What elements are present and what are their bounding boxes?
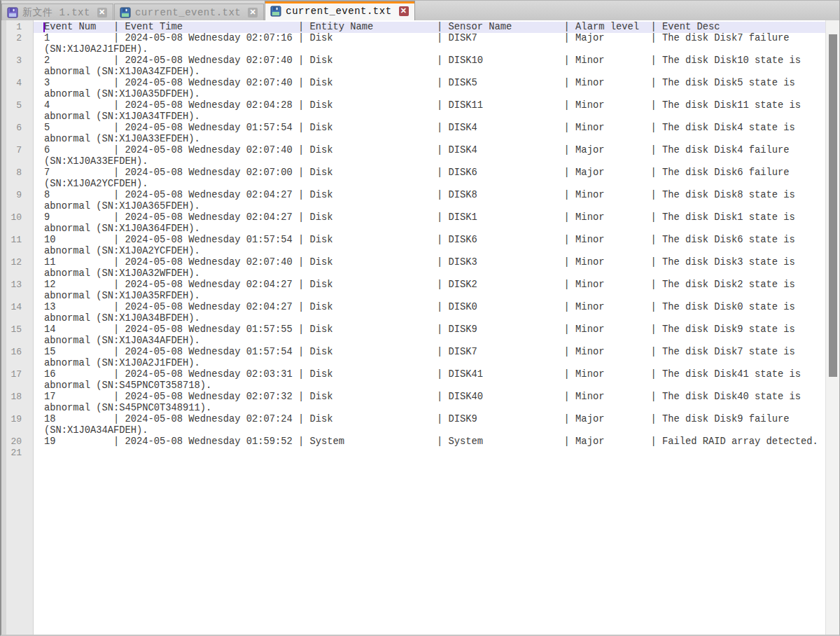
tab-current-event-2-active[interactable]: current_event.txt ✕ xyxy=(265,1,414,20)
editor-line[interactable]: 1615 | 2024-05-08 Wednesday 01:57:54 | D… xyxy=(1,347,825,369)
line-text-wrap: 16 | 2024-05-08 Wednesday 02:03:31 | Dis… xyxy=(34,369,825,392)
close-icon[interactable]: ✕ xyxy=(248,8,258,18)
scrollbar-thumb[interactable] xyxy=(829,34,837,377)
editor-lines: 1Event Num | Event Time | Entity Name | … xyxy=(1,22,825,459)
line-text: 6 | 2024-05-08 Wednesday 02:07:40 | Disk… xyxy=(44,145,824,167)
line-text-wrap: 4 | 2024-05-08 Wednesday 02:04:28 | Disk… xyxy=(34,100,825,123)
line-text-wrap: 12 | 2024-05-08 Wednesday 02:04:27 | Dis… xyxy=(34,279,825,302)
floppy-saved-icon xyxy=(270,6,281,17)
editor-line[interactable]: 32 | 2024-05-08 Wednesday 02:07:40 | Dis… xyxy=(1,55,825,78)
editor-line[interactable]: 1Event Num | Event Time | Entity Name | … xyxy=(1,22,825,33)
editor-line[interactable]: 1918 | 2024-05-08 Wednesday 02:07:24 | D… xyxy=(1,414,825,436)
line-text-wrap: 18 | 2024-05-08 Wednesday 02:07:24 | Dis… xyxy=(34,414,825,436)
editor-line[interactable]: 76 | 2024-05-08 Wednesday 02:07:40 | Dis… xyxy=(1,145,825,167)
text-caret xyxy=(43,22,45,32)
editor-line[interactable]: 1514 | 2024-05-08 Wednesday 01:57:55 | D… xyxy=(1,324,825,347)
line-text: 15 | 2024-05-08 Wednesday 01:57:54 | Dis… xyxy=(44,347,824,369)
line-text-wrap: 3 | 2024-05-08 Wednesday 02:07:40 | Disk… xyxy=(34,78,825,100)
editor-line[interactable]: 98 | 2024-05-08 Wednesday 02:04:27 | Dis… xyxy=(1,190,825,212)
line-number: 19 xyxy=(1,414,34,436)
line-text-wrap: 7 | 2024-05-08 Wednesday 02:07:00 | Disk… xyxy=(34,167,825,190)
line-number: 16 xyxy=(1,347,34,369)
line-number: 6 xyxy=(1,123,34,145)
line-text: 4 | 2024-05-08 Wednesday 02:04:28 | Disk… xyxy=(44,100,824,123)
line-number: 11 xyxy=(1,235,34,257)
editor-line[interactable]: 1716 | 2024-05-08 Wednesday 02:03:31 | D… xyxy=(1,369,825,392)
line-text-wrap: 19 | 2024-05-08 Wednesday 01:59:52 | Sys… xyxy=(34,436,825,448)
editor-line[interactable]: 1110 | 2024-05-08 Wednesday 01:57:54 | D… xyxy=(1,235,825,257)
tab-title: current_event.txt xyxy=(286,6,391,17)
line-text: 10 | 2024-05-08 Wednesday 01:57:54 | Dis… xyxy=(44,235,824,257)
line-number: 17 xyxy=(1,369,34,392)
line-text: 8 | 2024-05-08 Wednesday 02:04:27 | Disk… xyxy=(44,190,824,212)
line-text: 5 | 2024-05-08 Wednesday 01:57:54 | Disk… xyxy=(44,123,824,145)
line-text-wrap: 11 | 2024-05-08 Wednesday 02:07:40 | Dis… xyxy=(34,257,825,279)
editor-line[interactable]: 109 | 2024-05-08 Wednesday 02:04:27 | Di… xyxy=(1,212,825,235)
line-text-wrap xyxy=(34,448,825,459)
editor-line[interactable]: 54 | 2024-05-08 Wednesday 02:04:28 | Dis… xyxy=(1,100,825,123)
editor-line[interactable]: 65 | 2024-05-08 Wednesday 01:57:54 | Dis… xyxy=(1,123,825,145)
line-text: 14 | 2024-05-08 Wednesday 01:57:55 | Dis… xyxy=(44,324,824,347)
line-number: 4 xyxy=(1,78,34,100)
line-text-wrap: Event Num | Event Time | Entity Name | S… xyxy=(34,22,825,33)
line-text: 1 | 2024-05-08 Wednesday 02:07:16 | Disk… xyxy=(44,33,824,55)
editor-line[interactable]: 87 | 2024-05-08 Wednesday 02:07:00 | Dis… xyxy=(1,167,825,190)
line-text: Event Num | Event Time | Entity Name | S… xyxy=(44,22,824,33)
line-text-wrap: 5 | 2024-05-08 Wednesday 01:57:54 | Disk… xyxy=(34,123,825,145)
line-text-wrap: 1 | 2024-05-08 Wednesday 02:07:16 | Disk… xyxy=(34,33,825,55)
line-number: 8 xyxy=(1,167,34,190)
line-number: 20 xyxy=(1,436,34,448)
line-number: 21 xyxy=(1,448,34,459)
editor-window: 新文件 1.txt ✕ current_event.txt ✕ current_… xyxy=(0,0,840,636)
tab-title: 新文件 1.txt xyxy=(22,6,90,19)
line-text: 2 | 2024-05-08 Wednesday 02:07:40 | Disk… xyxy=(44,55,824,78)
editor-pane[interactable]: 1Event Num | Event Time | Entity Name | … xyxy=(1,20,839,635)
floppy-saved-icon xyxy=(120,7,131,18)
line-text-wrap: 10 | 2024-05-08 Wednesday 01:57:54 | Dis… xyxy=(34,235,825,257)
line-text-wrap: 15 | 2024-05-08 Wednesday 01:57:54 | Dis… xyxy=(34,347,825,369)
line-number: 15 xyxy=(1,324,34,347)
editor-line[interactable]: 43 | 2024-05-08 Wednesday 02:07:40 | Dis… xyxy=(1,78,825,100)
line-text: 18 | 2024-05-08 Wednesday 02:07:24 | Dis… xyxy=(44,414,824,436)
line-text: 11 | 2024-05-08 Wednesday 02:07:40 | Dis… xyxy=(44,257,824,279)
line-text: 13 | 2024-05-08 Wednesday 02:04:27 | Dis… xyxy=(44,302,824,324)
editor-line[interactable]: 1817 | 2024-05-08 Wednesday 02:07:32 | D… xyxy=(1,392,825,414)
editor-line[interactable]: 1312 | 2024-05-08 Wednesday 02:04:27 | D… xyxy=(1,279,825,302)
line-text-wrap: 2 | 2024-05-08 Wednesday 02:07:40 | Disk… xyxy=(34,55,825,78)
line-number: 2 xyxy=(1,33,34,55)
tab-title: current_event.txt xyxy=(135,7,241,18)
line-text-wrap: 14 | 2024-05-08 Wednesday 01:57:55 | Dis… xyxy=(34,324,825,347)
line-text: 17 | 2024-05-08 Wednesday 02:07:32 | Dis… xyxy=(44,392,824,414)
line-text-wrap: 9 | 2024-05-08 Wednesday 02:04:27 | Disk… xyxy=(34,212,825,235)
line-text-wrap: 13 | 2024-05-08 Wednesday 02:04:27 | Dis… xyxy=(34,302,825,324)
line-text-wrap: 8 | 2024-05-08 Wednesday 02:04:27 | Disk… xyxy=(34,190,825,212)
line-text-wrap: 6 | 2024-05-08 Wednesday 02:07:40 | Disk… xyxy=(34,145,825,167)
line-text: 3 | 2024-05-08 Wednesday 02:07:40 | Disk… xyxy=(44,78,824,100)
close-icon[interactable]: ✕ xyxy=(399,6,409,16)
line-number: 1 xyxy=(1,22,34,33)
line-number: 14 xyxy=(1,302,34,324)
line-number: 7 xyxy=(1,145,34,167)
line-number: 3 xyxy=(1,55,34,78)
line-text-wrap: 17 | 2024-05-08 Wednesday 02:07:32 | Dis… xyxy=(34,392,825,414)
line-number: 12 xyxy=(1,257,34,279)
tab-bar: 新文件 1.txt ✕ current_event.txt ✕ current_… xyxy=(1,1,839,20)
editor-line[interactable]: 2019 | 2024-05-08 Wednesday 01:59:52 | S… xyxy=(1,436,825,448)
tab-current-event-1[interactable]: current_event.txt ✕ xyxy=(114,4,264,20)
close-icon[interactable]: ✕ xyxy=(97,8,107,18)
line-text: 16 | 2024-05-08 Wednesday 02:03:31 | Dis… xyxy=(44,369,824,392)
line-number: 13 xyxy=(1,279,34,302)
editor-line[interactable]: 21 xyxy=(1,448,825,459)
line-text: 7 | 2024-05-08 Wednesday 02:07:00 | Disk… xyxy=(44,167,824,190)
vertical-scrollbar[interactable] xyxy=(825,20,839,635)
line-number: 18 xyxy=(1,392,34,414)
line-number: 5 xyxy=(1,100,34,123)
tab-new-file[interactable]: 新文件 1.txt ✕ xyxy=(1,4,113,20)
line-number: 9 xyxy=(1,190,34,212)
editor-line[interactable]: 1211 | 2024-05-08 Wednesday 02:07:40 | D… xyxy=(1,257,825,279)
floppy-unsaved-icon xyxy=(7,7,18,18)
editor-line[interactable]: 1413 | 2024-05-08 Wednesday 02:04:27 | D… xyxy=(1,302,825,324)
editor-line[interactable]: 21 | 2024-05-08 Wednesday 02:07:16 | Dis… xyxy=(1,33,825,55)
line-text: 9 | 2024-05-08 Wednesday 02:04:27 | Disk… xyxy=(44,212,824,235)
line-text: 12 | 2024-05-08 Wednesday 02:04:27 | Dis… xyxy=(44,279,824,302)
